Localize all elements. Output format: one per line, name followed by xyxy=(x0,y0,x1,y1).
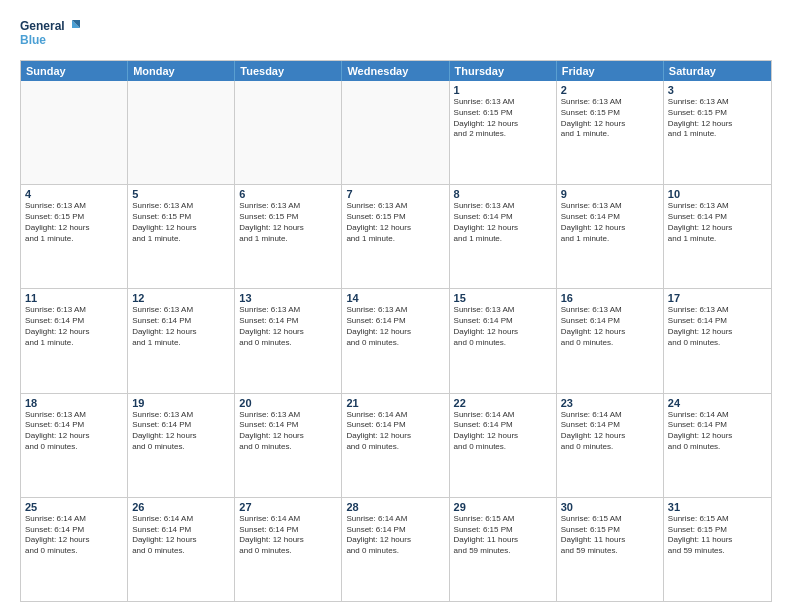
day-cell-2: 2Sunrise: 6:13 AM Sunset: 6:15 PM Daylig… xyxy=(557,81,664,184)
day-cell-10: 10Sunrise: 6:13 AM Sunset: 6:14 PM Dayli… xyxy=(664,185,771,288)
day-cell-22: 22Sunrise: 6:14 AM Sunset: 6:14 PM Dayli… xyxy=(450,394,557,497)
day-number: 2 xyxy=(561,84,659,96)
day-number: 21 xyxy=(346,397,444,409)
header-day-sunday: Sunday xyxy=(21,61,128,81)
day-cell-23: 23Sunrise: 6:14 AM Sunset: 6:14 PM Dayli… xyxy=(557,394,664,497)
day-number: 24 xyxy=(668,397,767,409)
day-number: 5 xyxy=(132,188,230,200)
day-cell-18: 18Sunrise: 6:13 AM Sunset: 6:14 PM Dayli… xyxy=(21,394,128,497)
day-info: Sunrise: 6:13 AM Sunset: 6:15 PM Dayligh… xyxy=(346,201,444,244)
logo: General Blue xyxy=(20,16,80,52)
day-info: Sunrise: 6:15 AM Sunset: 6:15 PM Dayligh… xyxy=(561,514,659,557)
day-info: Sunrise: 6:13 AM Sunset: 6:15 PM Dayligh… xyxy=(668,97,767,140)
day-cell-15: 15Sunrise: 6:13 AM Sunset: 6:14 PM Dayli… xyxy=(450,289,557,392)
calendar-row-2: 11Sunrise: 6:13 AM Sunset: 6:14 PM Dayli… xyxy=(21,288,771,392)
day-number: 6 xyxy=(239,188,337,200)
day-info: Sunrise: 6:13 AM Sunset: 6:15 PM Dayligh… xyxy=(25,201,123,244)
day-cell-6: 6Sunrise: 6:13 AM Sunset: 6:15 PM Daylig… xyxy=(235,185,342,288)
empty-cell xyxy=(128,81,235,184)
day-cell-26: 26Sunrise: 6:14 AM Sunset: 6:14 PM Dayli… xyxy=(128,498,235,601)
day-cell-31: 31Sunrise: 6:15 AM Sunset: 6:15 PM Dayli… xyxy=(664,498,771,601)
day-cell-1: 1Sunrise: 6:13 AM Sunset: 6:15 PM Daylig… xyxy=(450,81,557,184)
day-info: Sunrise: 6:13 AM Sunset: 6:14 PM Dayligh… xyxy=(346,305,444,348)
day-info: Sunrise: 6:14 AM Sunset: 6:14 PM Dayligh… xyxy=(239,514,337,557)
day-number: 4 xyxy=(25,188,123,200)
calendar-row-4: 25Sunrise: 6:14 AM Sunset: 6:14 PM Dayli… xyxy=(21,497,771,601)
day-cell-9: 9Sunrise: 6:13 AM Sunset: 6:14 PM Daylig… xyxy=(557,185,664,288)
day-number: 12 xyxy=(132,292,230,304)
svg-text:Blue: Blue xyxy=(20,33,46,47)
day-info: Sunrise: 6:15 AM Sunset: 6:15 PM Dayligh… xyxy=(668,514,767,557)
day-number: 20 xyxy=(239,397,337,409)
day-cell-28: 28Sunrise: 6:14 AM Sunset: 6:14 PM Dayli… xyxy=(342,498,449,601)
header-day-thursday: Thursday xyxy=(450,61,557,81)
day-number: 3 xyxy=(668,84,767,96)
day-number: 1 xyxy=(454,84,552,96)
day-info: Sunrise: 6:13 AM Sunset: 6:15 PM Dayligh… xyxy=(454,97,552,140)
day-cell-16: 16Sunrise: 6:13 AM Sunset: 6:14 PM Dayli… xyxy=(557,289,664,392)
day-info: Sunrise: 6:14 AM Sunset: 6:14 PM Dayligh… xyxy=(25,514,123,557)
day-info: Sunrise: 6:13 AM Sunset: 6:14 PM Dayligh… xyxy=(25,305,123,348)
day-number: 14 xyxy=(346,292,444,304)
day-cell-27: 27Sunrise: 6:14 AM Sunset: 6:14 PM Dayli… xyxy=(235,498,342,601)
day-number: 7 xyxy=(346,188,444,200)
day-cell-3: 3Sunrise: 6:13 AM Sunset: 6:15 PM Daylig… xyxy=(664,81,771,184)
day-info: Sunrise: 6:13 AM Sunset: 6:14 PM Dayligh… xyxy=(668,201,767,244)
day-info: Sunrise: 6:13 AM Sunset: 6:15 PM Dayligh… xyxy=(561,97,659,140)
day-info: Sunrise: 6:13 AM Sunset: 6:15 PM Dayligh… xyxy=(239,201,337,244)
day-number: 18 xyxy=(25,397,123,409)
day-info: Sunrise: 6:13 AM Sunset: 6:14 PM Dayligh… xyxy=(454,305,552,348)
header-day-tuesday: Tuesday xyxy=(235,61,342,81)
day-info: Sunrise: 6:13 AM Sunset: 6:14 PM Dayligh… xyxy=(561,305,659,348)
day-number: 28 xyxy=(346,501,444,513)
day-cell-4: 4Sunrise: 6:13 AM Sunset: 6:15 PM Daylig… xyxy=(21,185,128,288)
day-info: Sunrise: 6:13 AM Sunset: 6:15 PM Dayligh… xyxy=(132,201,230,244)
header-day-saturday: Saturday xyxy=(664,61,771,81)
day-number: 22 xyxy=(454,397,552,409)
day-number: 11 xyxy=(25,292,123,304)
day-cell-21: 21Sunrise: 6:14 AM Sunset: 6:14 PM Dayli… xyxy=(342,394,449,497)
calendar-row-0: 1Sunrise: 6:13 AM Sunset: 6:15 PM Daylig… xyxy=(21,81,771,184)
day-number: 9 xyxy=(561,188,659,200)
day-cell-19: 19Sunrise: 6:13 AM Sunset: 6:14 PM Dayli… xyxy=(128,394,235,497)
day-number: 13 xyxy=(239,292,337,304)
day-info: Sunrise: 6:13 AM Sunset: 6:14 PM Dayligh… xyxy=(454,201,552,244)
day-number: 29 xyxy=(454,501,552,513)
day-info: Sunrise: 6:15 AM Sunset: 6:15 PM Dayligh… xyxy=(454,514,552,557)
day-cell-7: 7Sunrise: 6:13 AM Sunset: 6:15 PM Daylig… xyxy=(342,185,449,288)
day-number: 26 xyxy=(132,501,230,513)
day-number: 19 xyxy=(132,397,230,409)
day-number: 23 xyxy=(561,397,659,409)
day-cell-24: 24Sunrise: 6:14 AM Sunset: 6:14 PM Dayli… xyxy=(664,394,771,497)
day-number: 15 xyxy=(454,292,552,304)
day-number: 25 xyxy=(25,501,123,513)
day-number: 27 xyxy=(239,501,337,513)
svg-text:General: General xyxy=(20,19,65,33)
day-info: Sunrise: 6:13 AM Sunset: 6:14 PM Dayligh… xyxy=(239,410,337,453)
day-cell-8: 8Sunrise: 6:13 AM Sunset: 6:14 PM Daylig… xyxy=(450,185,557,288)
day-info: Sunrise: 6:14 AM Sunset: 6:14 PM Dayligh… xyxy=(561,410,659,453)
day-number: 17 xyxy=(668,292,767,304)
day-cell-30: 30Sunrise: 6:15 AM Sunset: 6:15 PM Dayli… xyxy=(557,498,664,601)
day-info: Sunrise: 6:13 AM Sunset: 6:14 PM Dayligh… xyxy=(132,305,230,348)
day-info: Sunrise: 6:14 AM Sunset: 6:14 PM Dayligh… xyxy=(454,410,552,453)
day-cell-20: 20Sunrise: 6:13 AM Sunset: 6:14 PM Dayli… xyxy=(235,394,342,497)
logo-svg: General Blue xyxy=(20,16,80,52)
day-cell-13: 13Sunrise: 6:13 AM Sunset: 6:14 PM Dayli… xyxy=(235,289,342,392)
day-info: Sunrise: 6:14 AM Sunset: 6:14 PM Dayligh… xyxy=(132,514,230,557)
day-number: 10 xyxy=(668,188,767,200)
day-number: 16 xyxy=(561,292,659,304)
day-number: 30 xyxy=(561,501,659,513)
day-info: Sunrise: 6:13 AM Sunset: 6:14 PM Dayligh… xyxy=(132,410,230,453)
day-info: Sunrise: 6:14 AM Sunset: 6:14 PM Dayligh… xyxy=(346,410,444,453)
day-cell-25: 25Sunrise: 6:14 AM Sunset: 6:14 PM Dayli… xyxy=(21,498,128,601)
calendar-row-1: 4Sunrise: 6:13 AM Sunset: 6:15 PM Daylig… xyxy=(21,184,771,288)
day-info: Sunrise: 6:13 AM Sunset: 6:14 PM Dayligh… xyxy=(668,305,767,348)
day-cell-5: 5Sunrise: 6:13 AM Sunset: 6:15 PM Daylig… xyxy=(128,185,235,288)
day-number: 31 xyxy=(668,501,767,513)
header-day-friday: Friday xyxy=(557,61,664,81)
day-cell-12: 12Sunrise: 6:13 AM Sunset: 6:14 PM Dayli… xyxy=(128,289,235,392)
calendar-body: 1Sunrise: 6:13 AM Sunset: 6:15 PM Daylig… xyxy=(21,81,771,601)
empty-cell xyxy=(21,81,128,184)
empty-cell xyxy=(342,81,449,184)
